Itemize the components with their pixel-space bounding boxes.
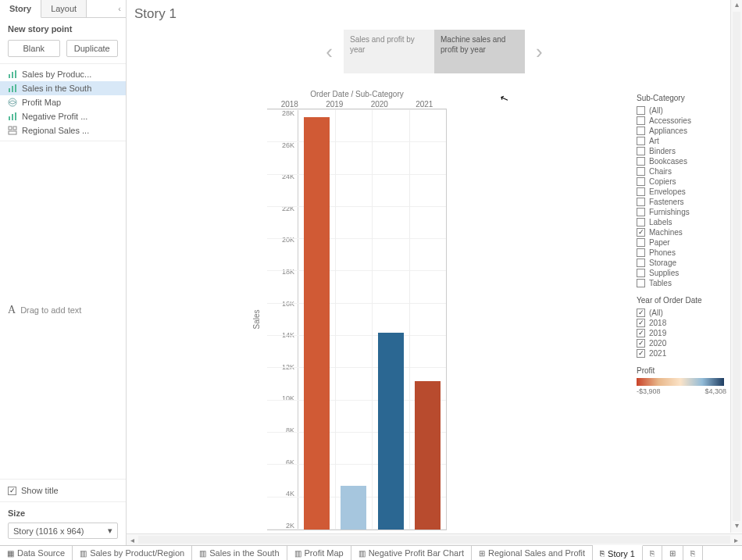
plot-area[interactable]: Sales 28K26K24K22K20K18K16K14K12K10K8K6K… (267, 109, 447, 530)
checkbox[interactable] (637, 319, 645, 327)
checkbox[interactable] (637, 167, 645, 176)
filter-label: (All) (649, 309, 663, 317)
new-dashboard-button[interactable]: ⊞ (662, 546, 683, 560)
story-title[interactable]: Story 1 (127, 0, 742, 22)
sheet-tab[interactable]: ⊞Regional Sales and Profit (472, 546, 593, 560)
new-worksheet-button[interactable]: ⎘ (643, 546, 662, 560)
new-story-icon: ⎘ (690, 549, 695, 558)
profit-color-legend[interactable] (637, 378, 724, 386)
sheet-tab[interactable]: ▥Sales in the South (192, 546, 287, 560)
subcategory-filter-title: Sub-Category (637, 94, 726, 102)
checkbox[interactable] (637, 218, 645, 226)
svg-rect-1 (12, 72, 13, 78)
horizontal-scrollbar[interactable]: ◂ ▸ (127, 533, 742, 545)
size-dropdown[interactable]: Story (1016 x 964) ▾ (8, 523, 118, 539)
tab-layout[interactable]: Layout (41, 0, 87, 17)
checkbox[interactable] (637, 238, 645, 247)
checkbox[interactable] (637, 137, 645, 145)
subcategory-filter-item[interactable]: Labels (637, 217, 726, 227)
year-filter-title: Year of Order Date (637, 296, 726, 305)
subcategory-filter-item[interactable]: Accessories (637, 116, 726, 126)
sheet-list-item[interactable]: Profit Map (0, 95, 126, 109)
checkbox[interactable] (637, 269, 645, 277)
subcategory-filter-item[interactable]: Binders (637, 146, 726, 156)
checkbox[interactable] (637, 309, 645, 317)
subcategory-filter-item[interactable]: (All) (637, 105, 726, 116)
year-filter-item[interactable]: 2018 (637, 318, 726, 328)
sheet-list-item[interactable]: Sales by Produc... (0, 67, 126, 81)
year-filter-item[interactable]: (All) (637, 308, 726, 318)
sheet-label: Sales in the South (22, 84, 91, 93)
story-caption-1[interactable]: Sales and profit by year (344, 30, 434, 73)
checkbox[interactable] (637, 177, 645, 186)
data-source-tab[interactable]: ▦ Data Source (0, 546, 73, 560)
subcategory-filter-item[interactable]: Appliances (637, 126, 726, 136)
sheet-list-item[interactable]: Negative Profit ... (0, 109, 126, 123)
subcategory-filter-item[interactable]: Paper (637, 237, 726, 248)
svg-rect-5 (15, 84, 16, 92)
checkbox[interactable] (637, 279, 645, 287)
checkbox[interactable] (637, 339, 645, 348)
collapse-sidebar-icon[interactable]: ‹ (113, 0, 126, 17)
scroll-right-icon[interactable]: ▸ (730, 536, 742, 544)
scroll-left-icon[interactable]: ◂ (127, 536, 138, 544)
subcategory-filter-item[interactable]: Envelopes (637, 187, 726, 197)
checkbox[interactable] (637, 259, 645, 267)
checkbox[interactable] (637, 106, 645, 115)
checkbox[interactable] (637, 349, 645, 358)
next-point-icon[interactable]: › (525, 40, 554, 64)
subcategory-filter-item[interactable]: Bookcases (637, 156, 726, 166)
filter-label: Binders (649, 147, 676, 155)
sheet-list-item[interactable]: Sales in the South (0, 81, 126, 95)
checkbox[interactable] (637, 157, 645, 166)
new-story-button[interactable]: ⎘ (683, 546, 703, 560)
sheet-tab-icon: ⎘ (600, 549, 605, 558)
vertical-scrollbar[interactable]: ▴ ▾ (730, 0, 742, 533)
bar[interactable] (415, 381, 441, 530)
checkbox[interactable] (637, 198, 645, 206)
drag-text-area[interactable]: A Drag to add text (0, 141, 126, 479)
year-filter-item[interactable]: 2019 (637, 328, 726, 338)
subcategory-filter-item[interactable]: Supplies (637, 268, 726, 278)
story-sidebar: Story Layout ‹ New story point Blank Dup… (0, 0, 127, 545)
checkbox[interactable] (637, 208, 645, 216)
checkbox[interactable] (637, 127, 645, 135)
checkbox[interactable] (637, 147, 645, 155)
show-title-checkbox[interactable] (8, 487, 16, 495)
filter-label: Fasteners (649, 198, 683, 206)
story-caption-2[interactable]: Machine sales and profit by year (434, 30, 525, 73)
subcategory-filter-item[interactable]: Furnishings (637, 207, 726, 217)
checkbox[interactable] (637, 116, 645, 125)
duplicate-button[interactable]: Duplicate (66, 40, 119, 57)
subcategory-filter-item[interactable]: Machines (637, 227, 726, 237)
bar[interactable] (304, 117, 330, 530)
sheet-tab[interactable]: ▥Profit Map (287, 546, 351, 560)
blank-button[interactable]: Blank (8, 40, 60, 57)
caption-navigator: ‹ Sales and profit by year Machine sales… (127, 30, 742, 73)
sheet-tab[interactable]: ▥Negative Profit Bar Chart (351, 546, 472, 560)
scroll-up-icon[interactable]: ▴ (735, 0, 739, 12)
subcategory-filter-item[interactable]: Phones (637, 248, 726, 258)
sheet-list-item[interactable]: Regional Sales ... (0, 123, 126, 137)
checkbox[interactable] (637, 228, 645, 237)
sheet-tab[interactable]: ⎘Story 1 (593, 545, 643, 560)
subcategory-filter-item[interactable]: Storage (637, 258, 726, 268)
tab-story[interactable]: Story (0, 0, 41, 18)
subcategory-filter-item[interactable]: Chairs (637, 166, 726, 177)
subcategory-filter-item[interactable]: Art (637, 136, 726, 146)
subcategory-filter-item[interactable]: Tables (637, 278, 726, 288)
bar[interactable] (378, 333, 404, 530)
year-filter-item[interactable]: 2021 (637, 348, 726, 358)
bar[interactable] (341, 486, 366, 530)
checkbox[interactable] (637, 329, 645, 337)
y-tick: 16K (282, 300, 294, 308)
scroll-down-icon[interactable]: ▾ (735, 521, 739, 533)
svg-rect-7 (9, 116, 10, 120)
subcategory-filter-item[interactable]: Fasteners (637, 197, 726, 207)
sheet-tab[interactable]: ▥Sales by Product/Region (73, 546, 192, 560)
checkbox[interactable] (637, 187, 645, 196)
year-filter-item[interactable]: 2020 (637, 338, 726, 348)
checkbox[interactable] (637, 248, 645, 257)
prev-point-icon[interactable]: ‹ (315, 40, 344, 64)
subcategory-filter-item[interactable]: Copiers (637, 177, 726, 187)
